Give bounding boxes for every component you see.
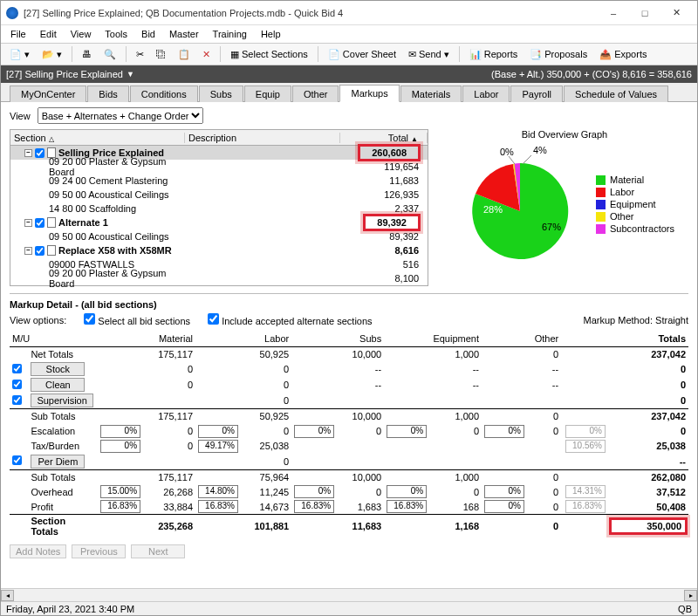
paste-button[interactable]: 📋 [173, 46, 195, 63]
row-checkbox[interactable] [35, 218, 44, 228]
tab-subs[interactable]: Subs [199, 86, 243, 102]
collapse-icon[interactable]: − [24, 219, 32, 227]
table-row[interactable]: 14 80 00 Scaffolding2,337 [10, 202, 428, 216]
supervision-checkbox[interactable] [12, 395, 22, 405]
sheet-icon: 📄 [328, 49, 340, 60]
minimize-button[interactable]: – [598, 1, 629, 24]
clean-button[interactable]: Clean [31, 378, 85, 392]
proposals-icon: 📑 [530, 49, 542, 60]
next-button[interactable]: Next [131, 544, 185, 558]
section-total-input[interactable]: 350,000 [611, 519, 686, 533]
menu-file[interactable]: File [4, 27, 32, 41]
profit-equip-pct[interactable]: 16.83% [387, 500, 427, 513]
markup-detail-title: Markup Detail - (all bid sections) [10, 299, 688, 310]
menu-view[interactable]: View [65, 27, 98, 41]
horizontal-scrollbar[interactable]: ◂ ▸ [1, 588, 697, 601]
include-alternates-checkbox[interactable]: Include accepted alternate sections [208, 313, 373, 326]
send-button[interactable]: ✉Send ▾ [403, 46, 455, 63]
profit-labor-pct[interactable]: 16.83% [198, 500, 238, 513]
infobar-title: [27] Selling Price Explained [6, 69, 123, 79]
row-checkbox[interactable] [35, 246, 44, 256]
menubar: File Edit View Tools Bid Master Training… [1, 25, 697, 43]
select-all-checkbox[interactable]: Select all bid sections [84, 313, 190, 326]
menu-edit[interactable]: Edit [34, 27, 63, 41]
tab-other[interactable]: Other [292, 86, 339, 102]
maximize-button[interactable]: □ [629, 1, 660, 24]
supervision-button[interactable]: Supervision [31, 394, 92, 407]
exports-button[interactable]: 📤Exports [594, 46, 652, 63]
overhead-equip-pct[interactable]: 0% [387, 485, 427, 498]
tab-myoncenter[interactable]: MyOnCenter [10, 86, 86, 102]
col-description[interactable]: Description [185, 133, 340, 143]
menu-help[interactable]: Help [255, 27, 287, 41]
chevron-down-icon[interactable]: ▼ [127, 70, 134, 79]
cut-button[interactable]: ✂ [131, 46, 149, 63]
proposals-button[interactable]: 📑Proposals [524, 46, 592, 63]
add-notes-button[interactable]: Add Notes [10, 544, 66, 558]
open-button[interactable]: 📂▾ [37, 46, 67, 63]
tax-labor-pct[interactable]: 49.17% [198, 440, 238, 453]
clean-checkbox[interactable] [12, 380, 22, 389]
tab-schedule[interactable]: Schedule of Values [564, 86, 668, 102]
tab-equip[interactable]: Equip [244, 86, 291, 102]
tab-conditions[interactable]: Conditions [130, 86, 198, 102]
table-row[interactable]: 09 20 00 Plaster & Gypsum Board119,654 [10, 160, 428, 174]
profit-material-pct[interactable]: 16.83% [100, 500, 140, 513]
new-button[interactable]: 📄▾ [4, 46, 35, 63]
window-title: [27] Selling Price Explained; QB Documen… [24, 8, 598, 18]
profit-other-pct[interactable]: 0% [484, 500, 524, 513]
sections-icon: ▦ [230, 49, 239, 60]
cover-sheet-button[interactable]: 📄Cover Sheet [323, 46, 401, 63]
tab-labor[interactable]: Labor [462, 86, 510, 102]
close-button[interactable]: ✕ [660, 1, 692, 24]
send-icon: ✉ [408, 49, 416, 60]
app-icon [6, 7, 18, 19]
previous-button[interactable]: Previous [72, 544, 126, 558]
menu-training[interactable]: Training [207, 27, 253, 41]
escalation-material-pct[interactable]: 0% [100, 425, 140, 438]
tab-materials[interactable]: Materials [400, 86, 462, 102]
pie-chart: 67% 28% 4% 0% [455, 143, 585, 265]
table-row[interactable]: 09 50 00 Acoustical Ceilings89,392 [10, 229, 428, 243]
table-row[interactable]: 09 24 00 Cement Plastering11,683 [10, 174, 428, 188]
sections-grid[interactable]: Section △ Description Total ▲ −Selling P… [10, 129, 428, 286]
print-button[interactable]: 🖶 [77, 46, 97, 62]
profit-subs-pct[interactable]: 16.83% [294, 500, 334, 513]
delete-button[interactable]: ✕ [197, 46, 216, 63]
preview-button[interactable]: 🔍 [99, 46, 121, 63]
menu-bid[interactable]: Bid [135, 27, 161, 41]
menu-master[interactable]: Master [163, 27, 205, 41]
escalation-subs-pct[interactable]: 0% [294, 425, 334, 438]
col-total[interactable]: Total ▲ [340, 133, 428, 143]
stock-checkbox[interactable] [12, 364, 22, 373]
view-select[interactable]: Base + Alternates + Change Orders [38, 107, 203, 124]
overhead-labor-pct[interactable]: 14.80% [198, 485, 238, 498]
col-section[interactable]: Section △ [10, 133, 185, 143]
collapse-icon[interactable]: − [24, 247, 32, 255]
scroll-left-button[interactable]: ◂ [1, 590, 14, 601]
table-row[interactable]: −Alternate 189,392 [10, 216, 428, 229]
escalation-other-pct[interactable]: 0% [484, 425, 524, 438]
tax-material-pct[interactable]: 0% [100, 440, 140, 453]
folder-icon: 📂 [42, 49, 54, 60]
tab-markups[interactable]: Markups [339, 85, 399, 102]
escalation-equip-pct[interactable]: 0% [387, 425, 427, 438]
escalation-labor-pct[interactable]: 0% [198, 425, 238, 438]
stock-button[interactable]: Stock [31, 362, 85, 376]
copy-button[interactable]: ⿻ [151, 46, 171, 62]
scroll-right-button[interactable]: ▸ [684, 590, 697, 601]
perdiem-button[interactable]: Per Diem [31, 455, 85, 469]
titlebar: [27] Selling Price Explained; QB Documen… [1, 1, 697, 25]
overhead-material-pct[interactable]: 15.00% [100, 485, 140, 498]
tab-payroll[interactable]: Payroll [510, 86, 563, 102]
tab-bids[interactable]: Bids [87, 86, 128, 102]
overhead-other-pct[interactable]: 0% [484, 485, 524, 498]
perdiem-checkbox[interactable] [12, 455, 22, 465]
select-sections-button[interactable]: ▦Select Sections [225, 46, 313, 63]
overhead-subs-pct[interactable]: 0% [294, 485, 334, 498]
table-row[interactable]: −Replace X58 with X58MR8,616 [10, 243, 428, 257]
table-row[interactable]: 09 50 00 Acoustical Ceilings126,935 [10, 188, 428, 202]
menu-tools[interactable]: Tools [99, 27, 133, 41]
table-row[interactable]: 09 20 00 Plaster & Gypsum Board8,100 [10, 271, 428, 285]
reports-button[interactable]: 📊Reports [464, 46, 524, 63]
